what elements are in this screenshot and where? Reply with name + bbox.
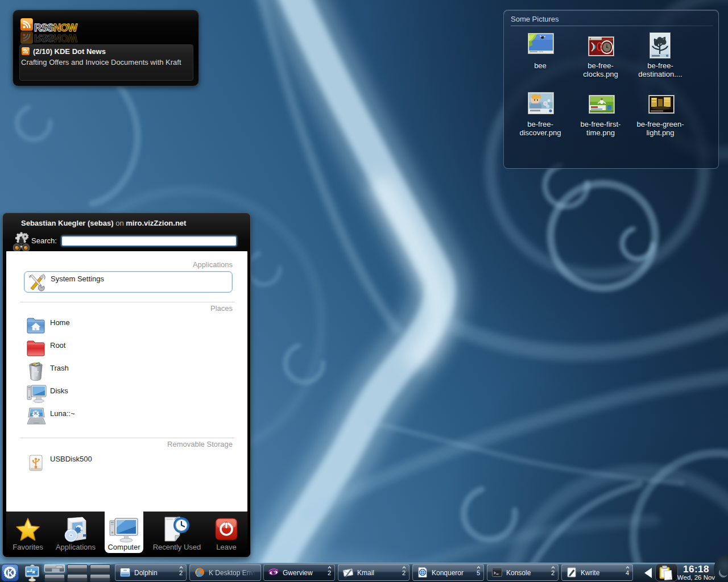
svg-text:K: K <box>7 568 14 578</box>
svg-text:K: K <box>34 410 38 416</box>
